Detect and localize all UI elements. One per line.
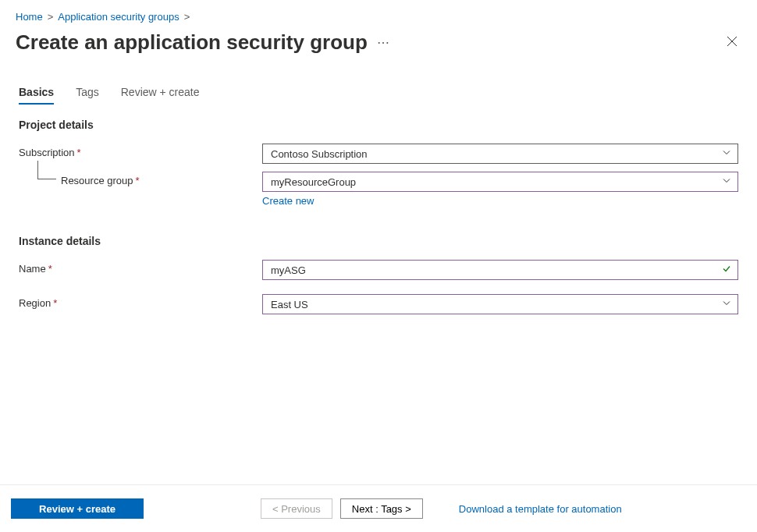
region-select[interactable]: East US [262,294,738,314]
title-bar: Create an application security group ⋯ [0,23,757,55]
label-resource-group-text: Resource group [61,175,133,186]
tabs: Basics Tags Review + create [0,55,757,105]
label-resource-group: Resource group * [19,172,262,186]
required-indicator: * [48,263,52,275]
section-instance-details: Instance details [19,235,738,247]
required-indicator: * [136,175,140,186]
label-name: Name * [19,260,262,275]
breadcrumb-parent[interactable]: Application security groups [58,11,179,23]
close-icon[interactable] [723,32,741,53]
subscription-value: Contoso Subscription [271,148,368,160]
name-value: myASG [271,264,306,276]
breadcrumb-separator: > [184,11,190,23]
row-subscription: Subscription * Contoso Subscription [19,144,738,164]
tab-review-create[interactable]: Review + create [121,86,200,105]
review-create-button[interactable]: Review + create [11,498,144,519]
label-name-text: Name [19,263,46,275]
breadcrumb-home[interactable]: Home [16,11,43,23]
chevron-down-icon [722,148,731,160]
footer: Review + create < Previous Next : Tags >… [0,485,757,532]
chevron-down-icon [722,299,731,310]
subscription-select[interactable]: Contoso Subscription [262,144,738,164]
label-subscription: Subscription * [19,144,262,158]
row-region: Region * East US [19,294,738,314]
required-indicator: * [77,147,81,158]
region-value: East US [271,299,308,310]
form-content: Project details Subscription * Contoso S… [0,105,757,314]
chevron-down-icon [722,176,731,188]
create-new-link[interactable]: Create new [262,195,314,207]
tree-connector-icon [37,161,56,179]
label-region-text: Region [19,297,51,309]
more-menu-icon[interactable]: ⋯ [377,35,391,50]
breadcrumb: Home > Application security groups > [0,0,757,23]
label-subscription-text: Subscription [19,147,75,158]
section-project-details: Project details [19,119,738,131]
label-region: Region * [19,294,262,309]
row-resource-group: Resource group * myResourceGroup Create … [19,172,738,207]
next-button[interactable]: Next : Tags > [340,498,423,519]
required-indicator: * [53,297,57,309]
page-title: Create an application security group [16,30,368,55]
previous-button: < Previous [261,498,332,519]
row-name: Name * myASG [19,260,738,280]
name-input[interactable]: myASG [262,260,738,280]
tab-tags[interactable]: Tags [76,86,99,105]
breadcrumb-separator: > [48,11,54,23]
resource-group-value: myResourceGroup [271,176,356,188]
check-icon [722,264,731,276]
download-template-link[interactable]: Download a template for automation [459,503,622,515]
resource-group-select[interactable]: myResourceGroup [262,172,738,192]
tab-basics[interactable]: Basics [19,86,54,105]
